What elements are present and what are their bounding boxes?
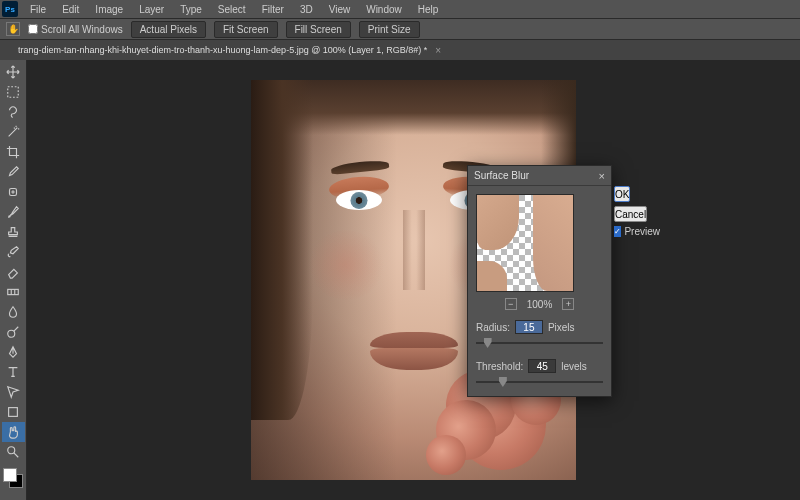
scroll-all-checkbox[interactable]: Scroll All Windows xyxy=(28,24,123,35)
menu-file[interactable]: File xyxy=(22,4,54,15)
hand-tool-icon[interactable]: ✋ xyxy=(6,22,20,36)
threshold-input[interactable] xyxy=(528,359,556,373)
color-swatches[interactable] xyxy=(3,468,23,488)
surface-blur-dialog: OK Cancel ✓Preview Surface Blur × − 100%… xyxy=(467,165,612,397)
wand-tool[interactable] xyxy=(2,122,25,142)
move-tool[interactable] xyxy=(2,62,25,82)
options-bar: ✋ Scroll All Windows Actual Pixels Fit S… xyxy=(0,18,800,40)
zoom-in-button[interactable]: + xyxy=(562,298,574,310)
document-tab[interactable]: trang-diem-tan-nhang-khi-khuyet-diem-tro… xyxy=(0,40,800,60)
toolbox xyxy=(0,60,27,500)
menu-filter[interactable]: Filter xyxy=(254,4,292,15)
hand-tool[interactable] xyxy=(2,422,25,442)
document-close-icon[interactable]: × xyxy=(435,45,441,56)
blur-preview[interactable] xyxy=(476,194,574,292)
zoom-tool[interactable] xyxy=(2,442,25,462)
menu-edit[interactable]: Edit xyxy=(54,4,87,15)
menu-image[interactable]: Image xyxy=(87,4,131,15)
menu-type[interactable]: Type xyxy=(172,4,210,15)
app-logo: Ps xyxy=(2,1,18,17)
zoom-level: 100% xyxy=(527,299,553,310)
threshold-slider[interactable] xyxy=(476,376,603,388)
healing-tool[interactable] xyxy=(2,182,25,202)
pen-tool[interactable] xyxy=(2,342,25,362)
shape-tool[interactable] xyxy=(2,402,25,422)
menu-help[interactable]: Help xyxy=(410,4,447,15)
svg-point-3 xyxy=(8,330,15,337)
history-brush-tool[interactable] xyxy=(2,242,25,262)
menu-view[interactable]: View xyxy=(321,4,359,15)
svg-rect-0 xyxy=(8,87,19,98)
dialog-titlebar[interactable]: Surface Blur × xyxy=(468,166,611,186)
preview-checkbox[interactable]: ✓Preview xyxy=(614,226,660,237)
document-title: trang-diem-tan-nhang-khi-khuyet-diem-tro… xyxy=(18,45,427,55)
brush-tool[interactable] xyxy=(2,202,25,222)
menu-3d[interactable]: 3D xyxy=(292,4,321,15)
menu-select[interactable]: Select xyxy=(210,4,254,15)
marquee-tool[interactable] xyxy=(2,82,25,102)
workspace: OK Cancel ✓Preview Surface Blur × − 100%… xyxy=(0,60,800,500)
dialog-title: Surface Blur xyxy=(474,170,529,181)
check-icon: ✓ xyxy=(614,226,621,237)
radius-label: Radius: xyxy=(476,322,510,333)
canvas[interactable]: OK Cancel ✓Preview Surface Blur × − 100%… xyxy=(27,60,800,500)
radius-unit: Pixels xyxy=(548,322,575,333)
fill-screen-button[interactable]: Fill Screen xyxy=(286,21,351,38)
radius-input[interactable] xyxy=(515,320,543,334)
eraser-tool[interactable] xyxy=(2,262,25,282)
svg-rect-2 xyxy=(8,289,19,294)
svg-rect-4 xyxy=(9,408,18,417)
dodge-tool[interactable] xyxy=(2,322,25,342)
zoom-out-button[interactable]: − xyxy=(505,298,517,310)
fit-screen-button[interactable]: Fit Screen xyxy=(214,21,278,38)
menu-layer[interactable]: Layer xyxy=(131,4,172,15)
print-size-button[interactable]: Print Size xyxy=(359,21,420,38)
gradient-tool[interactable] xyxy=(2,282,25,302)
threshold-label: Threshold: xyxy=(476,361,523,372)
crop-tool[interactable] xyxy=(2,142,25,162)
svg-point-5 xyxy=(8,447,15,454)
menu-window[interactable]: Window xyxy=(358,4,410,15)
path-tool[interactable] xyxy=(2,382,25,402)
menu-bar: Ps File Edit Image Layer Type Select Fil… xyxy=(0,0,800,18)
foreground-color[interactable] xyxy=(3,468,17,482)
radius-slider[interactable] xyxy=(476,337,603,349)
eyedropper-tool[interactable] xyxy=(2,162,25,182)
cancel-button[interactable]: Cancel xyxy=(614,206,647,222)
threshold-unit: levels xyxy=(561,361,587,372)
type-tool[interactable] xyxy=(2,362,25,382)
stamp-tool[interactable] xyxy=(2,222,25,242)
blur-tool[interactable] xyxy=(2,302,25,322)
dialog-close-icon[interactable]: × xyxy=(599,170,605,182)
ok-button[interactable]: OK xyxy=(614,186,630,202)
actual-pixels-button[interactable]: Actual Pixels xyxy=(131,21,206,38)
lasso-tool[interactable] xyxy=(2,102,25,122)
